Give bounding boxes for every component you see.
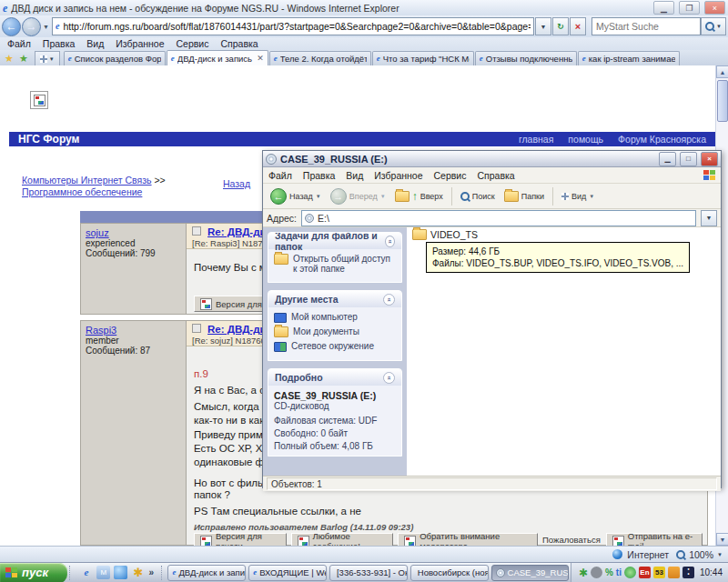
- my-documents-link[interactable]: Мои документы: [274, 326, 396, 337]
- task-button-novosibirsk[interactable]: Новосибирск (ноябр...: [410, 565, 489, 581]
- explorer-folders-button[interactable]: Папки: [500, 186, 548, 207]
- scrollbar-thumb[interactable]: [717, 80, 728, 122]
- post1-author-link[interactable]: sojuz: [86, 227, 181, 238]
- quicklaunch-mail-icon[interactable]: M: [96, 566, 110, 579]
- add-favorite-icon[interactable]: ★: [16, 52, 31, 65]
- back-link[interactable]: Назад: [223, 178, 250, 189]
- folder-item-video-ts[interactable]: VIDEO_TS: [412, 229, 478, 240]
- search-go-button[interactable]: ▼: [701, 17, 726, 35]
- post1-flag-icon[interactable]: [192, 226, 201, 236]
- explorer-menu-view[interactable]: Вид: [346, 170, 363, 181]
- tray-antivirus-icon[interactable]: ✱: [579, 567, 588, 578]
- scroll-down-icon[interactable]: ▼: [716, 533, 728, 546]
- quicklaunch-icq-icon[interactable]: ✱: [131, 566, 145, 579]
- quick-tabs-button[interactable]: ▼: [35, 51, 60, 65]
- back-button[interactable]: ←: [2, 17, 21, 36]
- post2-moderator-button[interactable]: Обратить внимание модератора: [398, 533, 538, 546]
- tray-navy-icon[interactable]: ⁚: [682, 567, 694, 578]
- link-home[interactable]: главная: [519, 134, 553, 145]
- tray-ti-icon[interactable]: ti: [616, 567, 622, 577]
- my-computer-link[interactable]: Мой компьютер: [274, 312, 396, 323]
- explorer-minimize-button[interactable]: ▁: [659, 152, 676, 166]
- explorer-maximize-button[interactable]: □: [680, 152, 697, 166]
- tab-dvd-disk-active[interactable]: e ДВД-диск и запись на н... ✕: [167, 50, 268, 65]
- address-bar[interactable]: e http://forum.ngs.ru/board/soft/flat/18…: [52, 17, 534, 35]
- explorer-menu-tools[interactable]: Сервис: [434, 170, 467, 181]
- quicklaunch-ie-icon[interactable]: e: [79, 566, 93, 579]
- favorites-star-icon[interactable]: ★: [2, 52, 16, 65]
- menu-file[interactable]: Файл: [7, 38, 31, 49]
- explorer-up-button[interactable]: ↑ Вверх: [391, 186, 447, 207]
- explorer-titlebar[interactable]: CASE_39_RUSSIA (E:) ▁ □ ×: [263, 151, 721, 167]
- tray-temperature-icon[interactable]: 53: [653, 567, 665, 578]
- task-button-case39-active[interactable]: CASE_39_RUSSIA (E:): [491, 565, 570, 581]
- link-help[interactable]: помощь: [568, 134, 603, 145]
- explorer-menu-edit[interactable]: Правка: [303, 170, 335, 181]
- restore-button[interactable]: ❐: [679, 1, 700, 15]
- menu-edit[interactable]: Правка: [43, 38, 75, 49]
- post2-print-button[interactable]: Версия для печати: [194, 533, 287, 546]
- zoom-dropdown-icon[interactable]: ▼: [717, 552, 723, 557]
- minimize-button[interactable]: ▁: [653, 1, 674, 15]
- scroll-up-icon[interactable]: ▲: [716, 65, 728, 78]
- explorer-search-button[interactable]: Поиск: [457, 186, 499, 207]
- refresh-button[interactable]: ↻: [552, 17, 569, 35]
- tab-close-icon[interactable]: ✕: [257, 54, 264, 63]
- quicklaunch-desktop-icon[interactable]: [114, 566, 127, 579]
- start-button[interactable]: пуск: [0, 563, 67, 582]
- post2-favorite-button[interactable]: Любимое сообщение!: [291, 533, 394, 546]
- zoom-control[interactable]: 100% ▼: [676, 549, 723, 560]
- breadcrumb-link-computers[interactable]: Компьютеры Интернет Связь: [22, 175, 152, 186]
- quicklaunch-overflow-chevron[interactable]: »: [148, 567, 154, 577]
- search-box[interactable]: [592, 17, 701, 35]
- collapse-chevron-icon[interactable]: »: [383, 294, 395, 306]
- tab-tele2[interactable]: e Теле 2. Когда отойдёт кот...: [269, 51, 371, 65]
- tab-forum-sections[interactable]: e Список разделов Форума НГС: [64, 51, 166, 65]
- menu-tools[interactable]: Сервис: [177, 38, 209, 49]
- file-tasks-header[interactable]: Задачи для файлов и папок »: [268, 233, 401, 249]
- task-button-dvd-thread[interactable]: e ДВД-диск и запись ...: [167, 565, 246, 581]
- tray-gray-icon[interactable]: [591, 567, 602, 578]
- forward-button[interactable]: →: [22, 17, 41, 36]
- tab-ip-stream[interactable]: e как ip-stream занимается ф...: [578, 51, 680, 65]
- history-dropdown-icon[interactable]: ▼: [43, 24, 49, 30]
- close-button[interactable]: ×: [704, 1, 725, 15]
- explorer-address-dropdown[interactable]: ▼: [701, 210, 717, 226]
- tray-utility-icon[interactable]: %: [605, 567, 613, 577]
- details-header[interactable]: Подробно »: [268, 369, 401, 386]
- explorer-address-field[interactable]: E:\: [301, 210, 696, 226]
- explorer-menu-favorites[interactable]: Избранное: [374, 170, 422, 181]
- tray-orange-icon[interactable]: [668, 567, 680, 578]
- search-input[interactable]: [592, 21, 700, 32]
- breadcrumb-link-software[interactable]: Программное обеспечение: [22, 186, 142, 197]
- explorer-menu-help[interactable]: Справка: [477, 170, 514, 181]
- explorer-back-button[interactable]: ← Назад ▼: [267, 186, 325, 207]
- other-places-header[interactable]: Другие места »: [268, 291, 401, 307]
- post2-complain-link[interactable]: Пожаловаться: [542, 535, 601, 545]
- stop-button[interactable]: ×: [570, 17, 586, 35]
- taskbar-clock[interactable]: 10:44: [700, 567, 723, 577]
- network-link[interactable]: Сетевое окружение: [274, 341, 396, 352]
- collapse-chevron-icon[interactable]: »: [383, 372, 395, 384]
- link-city-forum[interactable]: Форум Красноярска: [618, 134, 706, 145]
- menu-help[interactable]: Справка: [220, 38, 258, 49]
- explorer-forward-button[interactable]: → Вперед ▼: [327, 186, 389, 207]
- post2-author-link[interactable]: Raspi3: [86, 325, 181, 336]
- menu-view[interactable]: Вид: [86, 38, 104, 49]
- menu-favorites[interactable]: Избранное: [116, 38, 164, 49]
- task-button-icq-window[interactable]: [336-533-931] - Окн...: [329, 565, 408, 581]
- tray-language-icon[interactable]: En: [639, 567, 651, 578]
- tab-nsk-mechta[interactable]: e Что за тариф "НСК Мечта"?...: [372, 51, 474, 65]
- explorer-menu-file[interactable]: Файл: [268, 170, 292, 181]
- search-dropdown-icon[interactable]: ▼: [716, 24, 722, 29]
- address-dropdown-button[interactable]: ▼: [535, 17, 551, 35]
- share-folder-task[interactable]: Открыть общий доступ к этой папке: [274, 254, 396, 274]
- tab-otzyvy[interactable]: e Отзывы подключенных к i...: [475, 51, 577, 65]
- task-button-webmail[interactable]: e ВХОДЯЩИЕ | WebM...: [248, 565, 327, 581]
- collapse-chevron-icon[interactable]: »: [385, 236, 395, 247]
- post2-flag-icon[interactable]: [192, 324, 201, 333]
- tray-green-icon[interactable]: [624, 567, 636, 578]
- explorer-close-button[interactable]: ×: [701, 152, 718, 166]
- explorer-view-button[interactable]: Вид ▼: [558, 186, 598, 207]
- post2-email-button[interactable]: Отправить на e-mail: [606, 533, 703, 546]
